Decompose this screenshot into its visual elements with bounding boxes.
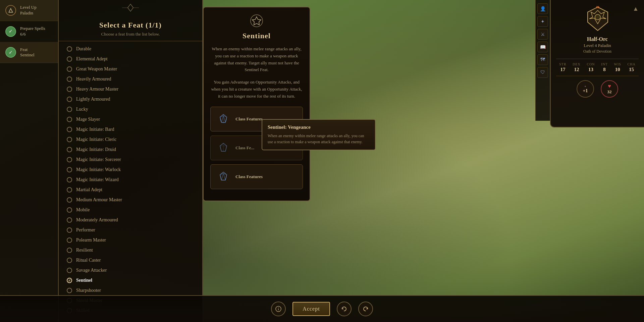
feat-list-item[interactable]: Resilient	[59, 245, 202, 255]
stat-value: 8	[601, 67, 608, 72]
tooltip-title: Sentinel: Vengeance	[268, 124, 370, 130]
feat-item-label: Magic Initiate: Warlock	[76, 167, 121, 172]
class-feature-card-3[interactable]: Class Features	[210, 164, 303, 189]
feat-detail-name: Sentinel	[210, 32, 303, 40]
feat-list-item[interactable]: Heavily Armoured	[59, 74, 202, 84]
feat-radio	[67, 117, 72, 122]
feat-item-label: Magic Initiate: Wizard	[76, 177, 119, 182]
feat-list-item[interactable]: Mage Slayer	[59, 114, 202, 124]
feat-item-label: Magic Initiate: Sorcerer	[76, 157, 121, 162]
sidebar-item-spells[interactable]: ✓ Prepare Spells 6/6	[0, 21, 58, 42]
feature-gem-icon-3	[216, 169, 231, 184]
feat-item-label: Savage Attacker	[76, 268, 107, 273]
feat-radio	[67, 177, 72, 182]
feat-item-label: Ritual Caster	[76, 258, 101, 263]
feat-radio	[67, 258, 72, 263]
tooltip-desc: When an enemy within melee range attacks…	[268, 133, 370, 145]
feat-radio	[67, 248, 72, 253]
stat-item-dex: DEX 12	[573, 62, 581, 72]
accept-button[interactable]: Accept	[292, 302, 330, 316]
stat-label: DEX	[573, 62, 581, 66]
feat-list-item[interactable]: Magic Initiate: Cleric	[59, 135, 202, 145]
feat-radio	[67, 97, 72, 102]
feat-list-item[interactable]: Lightly Armoured	[59, 94, 202, 104]
svg-point-5	[595, 14, 600, 20]
feat-radio	[67, 107, 72, 112]
feat-item-label: Lightly Armoured	[76, 97, 110, 102]
stat-label: STR	[559, 62, 566, 66]
stat-value: 15	[627, 67, 635, 72]
feat-list-item[interactable]: Lucky	[59, 104, 202, 114]
feat-radio	[67, 46, 72, 52]
feat-item-label: Performer	[76, 227, 95, 233]
right-icon-strip: 👤 ✦ ⚔ 📖 🗺 🛡	[535, 0, 550, 121]
char-icon-portrait[interactable]: 👤	[537, 3, 548, 14]
feat-list-item[interactable]: Performer	[59, 225, 202, 235]
char-proficiency-badge: + +1	[577, 80, 594, 98]
feat-list-item[interactable]: Great Weapon Master	[59, 64, 202, 74]
svg-marker-0	[9, 8, 12, 12]
feat-item-label: Great Weapon Master	[76, 66, 117, 72]
char-panel-collapse[interactable]: ▲	[633, 5, 639, 12]
feat-item-label: Polearm Master	[76, 237, 106, 243]
feat-list-item[interactable]: Ritual Caster	[59, 255, 202, 265]
feat-list-item[interactable]: Sentinel	[59, 275, 202, 285]
feat-list-item[interactable]: Durable	[59, 44, 202, 54]
feat-detail-panel: Sentinel When an enemy within melee rang…	[203, 7, 310, 201]
char-icon-map[interactable]: 🗺	[537, 54, 548, 65]
feat-item-label: Medium Armour Master	[76, 197, 122, 203]
feat-list-title: Select a Feat (1/1)	[67, 21, 194, 30]
feat-item-label: Magic Initiate: Druid	[76, 147, 116, 152]
feat-list-item[interactable]: Mobile	[59, 205, 202, 215]
feat-radio	[67, 227, 72, 233]
feat-list-item[interactable]: Elemental Adept	[59, 54, 202, 64]
feat-radio	[67, 87, 72, 92]
feat-radio	[67, 197, 72, 203]
feat-list-item[interactable]: Heavy Armour Master	[59, 84, 202, 94]
feat-list-item[interactable]: Moderately Armoured	[59, 215, 202, 225]
feat-list-item[interactable]: Magic Initiate: Warlock	[59, 165, 202, 175]
char-class: Level 4 Paladin	[556, 43, 639, 48]
feat-radio	[67, 187, 72, 193]
char-icon-passive[interactable]: 🛡	[537, 67, 548, 78]
sidebar-item-feat[interactable]: ✓ Feat Sentinel	[0, 42, 58, 63]
feat-item-label: Durable	[76, 46, 91, 52]
char-icon-journal[interactable]: 📖	[537, 42, 548, 52]
info-button[interactable]	[271, 302, 286, 316]
feat-list-panel: Select a Feat (1/1) Choose a feat from t…	[59, 0, 203, 322]
left-sidebar: Level Up Paladin ✓ Prepare Spells 6/6 ✓ …	[0, 0, 59, 322]
levelup-icon	[5, 5, 16, 16]
char-icon-spell[interactable]: ✦	[537, 16, 548, 27]
feat-list-item[interactable]: Magic Initiate: Druid	[59, 145, 202, 155]
feat-list-item[interactable]: Magic Initiate: Bard	[59, 124, 202, 135]
char-hp-badge: ♥ 32	[601, 80, 618, 98]
feat-radio	[67, 217, 72, 223]
character-panel: ▲ Half-Orc Level 4 Paladin Oath of Devot…	[550, 0, 644, 127]
feat-radio	[67, 66, 72, 72]
feature-gem-icon-1	[216, 112, 231, 126]
feat-list-item[interactable]: Medium Armour Master	[59, 195, 202, 205]
stat-item-cha: CHA 15	[627, 62, 635, 72]
feat-radio	[67, 268, 72, 273]
feat-list-item[interactable]: Magic Initiate: Sorcerer	[59, 155, 202, 165]
stat-item-str: STR 17	[559, 62, 566, 72]
feat-list-item[interactable]: Martial Adept	[59, 185, 202, 195]
stat-value: 13	[587, 67, 595, 72]
feat-item-label: Heavily Armoured	[76, 76, 111, 82]
stat-value: 17	[559, 67, 566, 72]
char-icon-inventory[interactable]: ⚔	[537, 29, 548, 40]
feat-list-scroll[interactable]: DurableElemental AdeptGreat Weapon Maste…	[59, 41, 202, 322]
feat-radio	[67, 137, 72, 142]
feat-list-item[interactable]: Polearm Master	[59, 235, 202, 245]
char-name: Half-Orc	[556, 36, 639, 42]
char-subclass: Oath of Devotion	[556, 49, 639, 54]
feat-list-item[interactable]: Magic Initiate: Wizard	[59, 175, 202, 185]
feat-item-label: Martial Adept	[76, 187, 102, 193]
feat-list-item[interactable]: Savage Attacker	[59, 265, 202, 275]
stat-item-con: CON 13	[587, 62, 595, 72]
undo-button[interactable]	[337, 302, 352, 316]
sidebar-item-levelup[interactable]: Level Up Paladin	[0, 0, 58, 21]
feat-list-item[interactable]: Sharpshooter	[59, 285, 202, 296]
redo-button[interactable]	[358, 302, 373, 316]
svg-point-7	[278, 308, 279, 308]
